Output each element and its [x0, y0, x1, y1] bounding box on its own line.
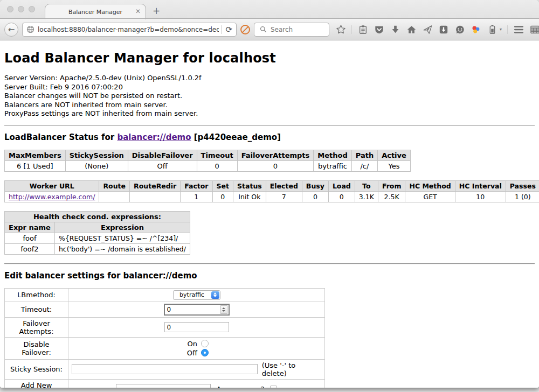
col-expression: Expression [54, 222, 190, 233]
add-worker-input[interactable] [116, 384, 211, 388]
reading-list-icon[interactable] [357, 24, 368, 35]
server-version-line: Server Version: Apache/2.5.0-dev (Unix) … [4, 74, 535, 83]
failover-attempts-input[interactable] [164, 322, 229, 332]
failover-off-option: Off [72, 348, 321, 358]
new-tab-button[interactable]: + [153, 5, 160, 16]
balancer-demo-link[interactable]: balancer://demo [117, 132, 191, 142]
toolbar-divider-2 [507, 25, 508, 34]
col-hc-interval: HC Interval [455, 180, 506, 191]
col-stickysession: StickySession [65, 150, 128, 160]
col-expr-name: Expr name [5, 222, 55, 233]
battery-addon-icon[interactable] [487, 24, 497, 35]
send-tab-icon[interactable] [422, 24, 433, 35]
tab-balancer-manager[interactable]: Balancer Manager ✕ [45, 4, 146, 19]
balancer-data-row: 6 [1 Used] (None) Off 0 0 bytraffic /c/ … [5, 160, 411, 171]
path-value: /c/ [351, 160, 377, 171]
window-controls [7, 6, 35, 12]
search-bar[interactable] [254, 23, 329, 37]
busy-value: 0 [302, 191, 328, 202]
col-method: Method [314, 150, 351, 160]
col-set: Set [212, 180, 233, 191]
server-info: Server Version: Apache/2.5.0-dev (Unix) … [4, 74, 535, 118]
maxmembers-value: 6 [1 Used] [5, 160, 66, 171]
balancer-status-table: MaxMembers StickySession DisableFailover… [4, 150, 411, 172]
feedback-smiley-icon[interactable] [454, 24, 465, 35]
worker-header-row: Worker URL Route RouteRedir Factor Set S… [5, 180, 539, 191]
routeredir-value [130, 191, 181, 202]
failoverattempts-value: 0 [237, 160, 314, 171]
reload-icon[interactable]: ⟳ [224, 25, 234, 34]
timeout-input[interactable] [165, 306, 220, 313]
menu-icon[interactable] [513, 24, 524, 35]
toolbar-divider [351, 25, 352, 34]
browser-window: Balancer Manager ✕ + ← ⟳ [0, 0, 539, 388]
col-disablefailover: DisableFailover [128, 150, 197, 160]
expr-name-foof: foof [5, 233, 55, 243]
hc-method-value: GET [405, 191, 455, 202]
failover-attempts-label: Failover Attempts: [5, 317, 68, 337]
pocket-icon[interactable] [374, 24, 384, 35]
search-input[interactable] [271, 26, 326, 33]
worker-table: Worker URL Route RouteRedir Factor Set S… [4, 180, 539, 202]
number-spinner-icon[interactable] [220, 305, 227, 314]
active-value: Yes [378, 160, 411, 171]
content-blocked-icon[interactable] [240, 25, 250, 34]
expr-name-foof2: foof2 [5, 243, 55, 254]
home-icon[interactable] [406, 24, 417, 35]
navigation-toolbar: ← ⟳ [0, 19, 539, 40]
lbmethod-selected-value: bytraffic [174, 291, 211, 298]
colored-dots-addon-icon[interactable] [471, 24, 481, 35]
downloads-icon[interactable] [390, 24, 400, 35]
col-path: Path [351, 150, 377, 160]
addon-chevron-icon[interactable]: ▾ [500, 27, 502, 32]
search-icon [258, 24, 268, 35]
health-row-foof2: foof2 hc('body') =~ /domain is establish… [5, 243, 190, 254]
add-worker-row: Add New Worker: Are you sure? [5, 379, 325, 388]
sticky-session-label: Sticky Session: [5, 359, 68, 379]
health-header-row: Expr name Expression [5, 222, 190, 233]
server-built-line: Server Built: Feb 9 2016 07:00:20 [4, 83, 535, 92]
back-button[interactable]: ← [4, 23, 18, 37]
loadbalancer-status-heading: LoadBalancer Status for balancer://demo … [4, 132, 535, 142]
status-heading-prefix: LoadBalancer Status for [4, 132, 117, 142]
failover-on-radio[interactable] [201, 340, 209, 347]
worker-url-link[interactable]: http://www.example.com/ [9, 193, 95, 201]
url-input[interactable] [38, 26, 219, 33]
lbmethod-label: LBmethod: [5, 288, 68, 302]
col-route: Route [99, 180, 130, 191]
col-load: Load [328, 180, 355, 191]
edit-balancer-form: LBmethod: bytraffic Timeout: [4, 288, 325, 388]
close-window-button[interactable] [7, 6, 13, 12]
bookmark-star-icon[interactable] [335, 24, 346, 35]
status-heading-suffix: [p4420eeae_demo] [191, 132, 281, 142]
col-failoverattempts: FailoverAttempts [237, 150, 314, 160]
col-passes: Passes [506, 180, 539, 191]
are-you-sure-label: Are you sure? [216, 385, 264, 388]
toolbar-buttons: ▾ [335, 24, 539, 35]
col-elected: Elected [266, 180, 302, 191]
minimize-window-button[interactable] [18, 6, 24, 12]
save-page-icon[interactable] [438, 24, 449, 35]
lbmethod-select[interactable]: bytraffic [173, 290, 220, 300]
tab-strip: Balancer Manager ✕ + [0, 0, 539, 19]
sidebar-grid-icon[interactable] [529, 24, 539, 35]
worker-url-cell: http://www.example.com/ [5, 191, 99, 202]
sticky-session-input[interactable] [72, 364, 258, 374]
load-value: 0 [328, 191, 355, 202]
set-value: 0 [212, 191, 233, 202]
col-status: Status [233, 180, 266, 191]
url-bar[interactable]: ⟳ [22, 23, 237, 37]
urlbar-divider [221, 25, 222, 34]
passes-value: 1 (0) [506, 191, 539, 202]
add-worker-label: Add New Worker: [5, 379, 68, 388]
hc-interval-value: 10 [455, 191, 506, 202]
are-you-sure-checkbox[interactable] [270, 386, 277, 388]
persist-note-line: Balancer changes will NOT be persisted o… [4, 92, 535, 101]
failover-off-radio[interactable] [201, 349, 209, 356]
zoom-window-button[interactable] [29, 6, 35, 12]
divider-1 [4, 125, 535, 126]
close-tab-icon[interactable]: ✕ [135, 8, 141, 15]
expression-foof: %{REQUEST_STATUS} =~ /^[234]/ [54, 233, 190, 243]
expression-foof2: hc('body') =~ /domain is established/ [54, 243, 190, 254]
elected-value: 7 [266, 191, 302, 202]
